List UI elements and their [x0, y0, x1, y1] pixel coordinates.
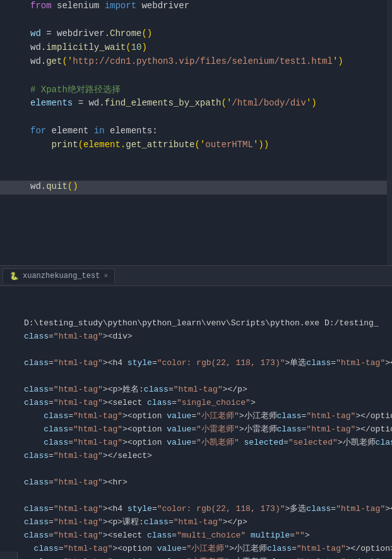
code-line: [0, 69, 392, 83]
token: from: [30, 1, 52, 11]
token: (element.: [78, 140, 126, 150]
terminal-line: class="html-tag"><option value="小江老师">小江…: [24, 409, 387, 423]
token: =: [78, 98, 83, 108]
token: get: [46, 56, 62, 66]
token: wd.: [30, 42, 46, 52]
token: ')): [253, 140, 269, 150]
token: [73, 98, 78, 108]
token: quit: [46, 181, 68, 191]
token: find_elements_by_xpath: [105, 98, 222, 108]
terminal-tab[interactable]: 🐍 xuanzhekuang_test ×: [3, 268, 115, 284]
token: import: [105, 1, 136, 11]
code-line: # Xpath绝对路径选择: [0, 83, 392, 97]
token: [30, 140, 52, 150]
terminal-sidebar: ▲ ▼ ≡ ⊞ ▤ 🗑: [0, 551, 18, 559]
token: Chrome: [110, 28, 141, 39]
terminal-output: D:\testing_study\python\python_learn\ven…: [24, 316, 387, 559]
token: wd.: [30, 56, 46, 66]
token: (): [68, 181, 78, 191]
terminal-line: class="html-tag"><h4 style="color: rgb(2…: [24, 356, 387, 370]
terminal-line: class="html-tag"><h4 style="color: rgb(2…: [24, 502, 387, 515]
token: ): [141, 42, 146, 52]
code-line: for element in elements:: [0, 125, 392, 139]
terminal-line: [24, 489, 387, 502]
terminal-line: [24, 343, 387, 356]
code-line: wd.get('http://cdn1.python3.vip/files/se…: [0, 56, 392, 69]
terminal-line: class="html-tag"><div>: [24, 330, 387, 343]
code-line: [0, 14, 392, 28]
terminal-line: class="html-tag"><option value="小雷老师">小雷…: [24, 423, 387, 436]
token: get_attribute: [126, 140, 194, 150]
tab-label: xuanzhekuang_test: [23, 272, 100, 280]
token: webdriver: [136, 1, 189, 11]
token: elements: [30, 98, 73, 108]
code-line: [0, 111, 392, 125]
terminal-line: class="html-tag"><option value="小雷老师">小雷…: [24, 555, 387, 559]
token: 10: [131, 42, 142, 52]
editor-scrollbar[interactable]: [387, 0, 392, 265]
code-line: wd.quit(): [0, 181, 392, 195]
code-line: elements = wd.find_elements_by_xpath('/h…: [0, 97, 392, 111]
terminal-line: class="html-tag"><option value="小江老师">小江…: [24, 542, 387, 555]
tab-icon: 🐍: [9, 272, 19, 281]
terminal-line: class="html-tag"></select>: [24, 449, 387, 462]
token: (': [194, 140, 205, 150]
code-line: [0, 167, 392, 181]
token: wd.: [30, 181, 46, 191]
code-line: from selenium import webdriver: [0, 0, 392, 14]
code-line: print(element.get_attribute('outerHTML')…: [0, 139, 392, 153]
token: wd.: [83, 98, 105, 108]
token: (): [141, 28, 152, 39]
token: '): [333, 56, 343, 66]
terminal-line: class="html-tag"><select class="single_c…: [24, 396, 387, 409]
token: # Xpath绝对路径选择: [30, 84, 121, 95]
token: [41, 28, 46, 39]
code-editor: from selenium import webdriver wd = webd…: [0, 0, 392, 265]
token: (: [126, 42, 131, 52]
close-icon[interactable]: ×: [104, 272, 108, 280]
terminal-line: class="html-tag"><p>课程:class="html-tag">…: [24, 515, 387, 529]
terminal-line: class="html-tag"><hr>: [24, 476, 387, 489]
terminal-line: [24, 462, 387, 476]
token: (': [62, 56, 73, 66]
token: implicitly_wait: [46, 42, 126, 52]
token: for: [30, 126, 46, 136]
code-line: wd = webdriver.Chrome(): [0, 28, 392, 42]
terminal-line: class="html-tag"><select class="multi_ch…: [24, 529, 387, 542]
token: =: [46, 28, 51, 39]
terminal-line: class="html-tag"><p>姓名:class="html-tag">…: [24, 383, 387, 396]
token: '): [306, 98, 317, 108]
terminal-line: class="html-tag"><option value="小凯老师" se…: [24, 436, 387, 449]
code-line: wd.implicitly_wait(10): [0, 42, 392, 56]
terminal-panel: 🐍 xuanzhekuang_test × ▲ ▼ ≡ ⊞ ▤ 🗑 D:\tes…: [0, 265, 392, 559]
token: wd: [30, 28, 41, 39]
terminal-content: D:\testing_study\python\python_learn\ven…: [19, 286, 392, 559]
token: in: [94, 126, 105, 136]
token: print: [52, 140, 78, 150]
token: (': [221, 98, 232, 108]
token: selenium: [52, 1, 105, 11]
token: element: [46, 126, 94, 136]
token: http://cdn1.python3.vip/files/selenium/t…: [73, 56, 333, 66]
token: webdriver.: [52, 28, 110, 39]
up-icon[interactable]: ▲: [3, 556, 15, 559]
code-line: [0, 153, 392, 167]
terminal-path: D:\testing_study\python\python_learn\ven…: [24, 316, 387, 330]
editor-lines: from selenium import webdriver wd = webd…: [0, 0, 392, 195]
token: outerHTML: [205, 140, 253, 150]
terminal-tabs: 🐍 xuanzhekuang_test ×: [0, 266, 392, 286]
token: elements:: [105, 126, 158, 136]
terminal-line: [24, 370, 387, 383]
token: /html/body/div: [232, 98, 306, 108]
